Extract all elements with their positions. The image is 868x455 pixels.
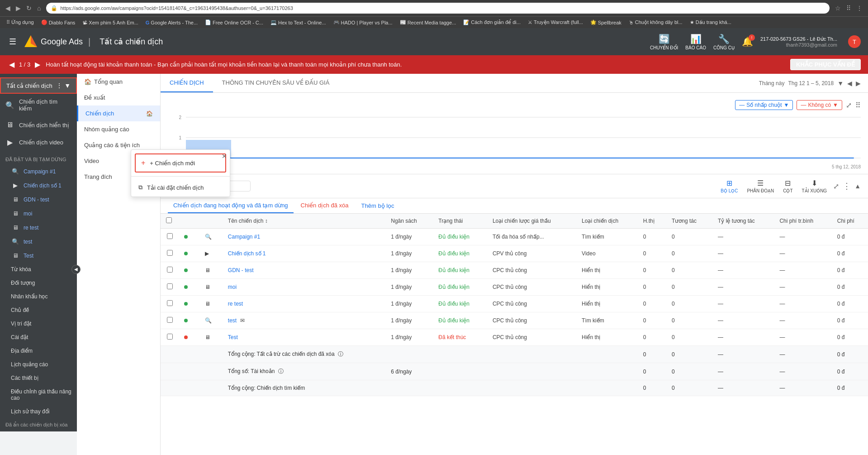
left-panel-nhom-qc[interactable]: Nhóm quảng cáo <box>77 121 160 137</box>
row1-checkbox[interactable] <box>167 233 173 239</box>
date-prev-button[interactable]: ◀ <box>847 80 852 87</box>
url-bar[interactable]: 🔒 https://ads.google.com/aw/campaigns?oc… <box>46 3 830 14</box>
user-avatar[interactable]: T <box>848 35 861 48</box>
sidebar-item-display-campaign[interactable]: 🖥 Chiến dịch hiển thị <box>0 116 77 134</box>
copy-settings-item[interactable]: ⧉ Tải cài đặt chiến dịch <box>131 178 230 196</box>
bookmark-recent-media[interactable]: 📰 Recent Media tagge... <box>397 19 459 26</box>
col-interactions[interactable]: Tương tác <box>666 214 712 229</box>
col-campaign-type[interactable]: Loại chiến dịch <box>576 214 638 229</box>
tab-thong-tin[interactable]: THÔNG TIN CHUYÊN SÂU VỀ ĐẤU GIÁ <box>213 74 339 92</box>
col-interaction-rate[interactable]: Tỷ lệ tương tác <box>712 214 774 229</box>
campaign-link-2[interactable]: Chiến dịch số 1 <box>228 250 266 257</box>
bookmark-google-alerts[interactable]: G Google Alerts - The... <box>143 19 200 26</box>
sidebar-campaign-moi[interactable]: 🖥 moi <box>0 206 77 220</box>
campaign-link-test[interactable]: test <box>228 317 237 324</box>
forward-button[interactable]: ▶ <box>14 4 23 13</box>
download-button[interactable]: ⬇ TẢI XUỐNG <box>799 178 830 194</box>
chart-filter2-button[interactable]: — Không có ▼ <box>797 100 842 110</box>
menu-button[interactable]: ⋮ <box>854 4 864 13</box>
fix-problem-button[interactable]: KHẮC PHỤC VẤN ĐỀ <box>790 59 861 70</box>
sidebar-item-dieu-chinh[interactable]: Điều chỉnh giá thầu nâng cao <box>0 385 77 405</box>
row1-checkbox-cell[interactable] <box>161 229 179 245</box>
tab-chien-dich[interactable]: CHIẾN DỊCH <box>161 74 213 92</box>
bookmark-xem-phim[interactable]: 📽 Xem phim 5 Anh Em... <box>80 19 141 26</box>
row4-name-cell[interactable]: moi <box>223 279 385 296</box>
sidebar-campaign-Test[interactable]: 🖥 Test <box>0 249 77 263</box>
sidebar-item-vi-tri[interactable]: Vị trí đặt <box>0 317 77 330</box>
sidebar-more-button[interactable]: ⋮ <box>56 82 62 89</box>
date-next-button[interactable]: ▶ <box>856 80 861 87</box>
col-bid-strategy[interactable]: Loại chiến lược giá thầu <box>487 214 576 229</box>
row5-checkbox-cell[interactable] <box>161 296 179 312</box>
chart-filter1-button[interactable]: — Số nhấp chuột ▼ <box>735 100 793 110</box>
campaign-link-moi[interactable]: moi <box>228 284 237 290</box>
row6-checkbox[interactable] <box>167 317 173 323</box>
row6-checkbox-cell[interactable] <box>161 312 179 329</box>
alert-prev-button[interactable]: ◀ <box>7 59 16 70</box>
sidebar-campaign-test[interactable]: 🔍 test <box>0 235 77 249</box>
col-name[interactable]: Tên chiến dịch ↕ <box>223 214 385 229</box>
col-impressions[interactable]: H.thị <box>638 214 666 229</box>
row3-name-cell[interactable]: GDN - test <box>223 262 385 279</box>
sidebar-item-tu-khoa[interactable]: Từ khóa <box>0 263 77 276</box>
total2-help-icon[interactable]: ⓘ <box>278 368 284 374</box>
tab-deleted-campaigns[interactable]: Chiến dịch đã xóa <box>295 198 354 213</box>
sidebar-campaign-1[interactable]: 🔍 Campaign #1 <box>0 164 77 178</box>
dropdown-close-button[interactable]: ✕ <box>222 153 227 160</box>
sidebar-top-item[interactable]: Tất cả chiến dịch ⋮ ▼ <box>0 77 77 94</box>
left-panel-tong-quan[interactable]: 🏠 Tổng quan <box>77 74 160 90</box>
date-dropdown-button[interactable]: ▼ <box>837 80 844 87</box>
sidebar-item-chu-de[interactable]: Chủ đề <box>0 303 77 317</box>
more-button[interactable]: ⋮ <box>843 181 851 191</box>
tools-action-button[interactable]: 🔧 CÔNG CỤ <box>713 34 735 50</box>
col-budget[interactable]: Ngân sách <box>385 214 433 229</box>
bookmark-spellbreak[interactable]: 🌟 Spellbreak <box>588 19 624 26</box>
col-status[interactable]: Trạng thái <box>433 214 487 229</box>
sidebar-item-doi-tuong[interactable]: Đối tượng <box>0 276 77 290</box>
sidebar-campaign-gdn[interactable]: 🖥 GDN - test <box>0 192 77 206</box>
row2-checkbox-cell[interactable] <box>161 245 179 262</box>
refresh-button[interactable]: ↻ <box>24 4 33 13</box>
row1-name-cell[interactable]: Campaign #1 <box>223 229 385 245</box>
row3-checkbox-cell[interactable] <box>161 262 179 279</box>
left-panel-de-xuat[interactable]: Đề xuất <box>77 90 160 105</box>
sidebar-collapse-button[interactable]: ◀ <box>71 265 81 274</box>
chart-expand-button[interactable]: ⤢ <box>846 101 852 110</box>
bookmark-hado[interactable]: 🎮 HADO | Player vs Pla... <box>331 19 395 26</box>
hamburger-menu-button[interactable]: ☰ <box>7 35 18 48</box>
row5-name-cell[interactable]: re test <box>223 296 385 312</box>
left-panel-chien-dich[interactable]: Chiến dịch 🏠 <box>77 105 160 121</box>
home-button[interactable]: ⌂ <box>35 4 43 13</box>
sidebar-item-lich-qc[interactable]: Lịch quảng cáo <box>0 358 77 371</box>
row7-name-cell[interactable]: Test <box>223 329 385 346</box>
sidebar-campaign-2[interactable]: ▶ Chiến dịch số 1 <box>0 178 77 192</box>
segment-button[interactable]: ☰ PHÂN ĐOẠN <box>744 178 777 194</box>
sidebar-item-video-campaign[interactable]: ▶ Chiến dịch video <box>0 134 77 151</box>
back-button[interactable]: ◀ <box>4 4 12 13</box>
sidebar-item-dia-diem[interactable]: Địa điểm <box>0 344 77 358</box>
conversion-action-button[interactable]: 🔄 CHUYỂN ĐỔI <box>650 34 678 50</box>
bookmark-star-button[interactable]: ☆ <box>833 4 843 13</box>
bookmark-chuot[interactable]: 🖱 Chuột không dây bl... <box>626 19 685 26</box>
bookmark-hex[interactable]: 💻 Hex to Text - Online... <box>268 19 329 26</box>
tab-active-campaigns[interactable]: Chiến dịch đang hoạt động và đã tạm dừng <box>168 198 294 213</box>
row7-checkbox[interactable] <box>167 334 173 340</box>
sidebar-expand-button[interactable]: ▼ <box>64 82 71 89</box>
sidebar-item-thiet-bi[interactable]: Các thiết bị <box>0 371 77 385</box>
collapse-button[interactable]: ▲ <box>854 182 861 190</box>
col-cost[interactable]: Chi phí <box>832 214 868 229</box>
tab-add-filter[interactable]: Thêm bộ lọc <box>356 199 400 213</box>
filter-button[interactable]: ⊞ BỘ LỌC <box>718 178 740 194</box>
bookmark-cach-don-gian[interactable]: 📝 Cách đơn giản để di... <box>460 19 523 26</box>
alert-next-button[interactable]: ▶ <box>33 59 42 70</box>
chart-columns-button[interactable]: ⠿ <box>855 101 861 110</box>
row7-checkbox-cell[interactable] <box>161 329 179 346</box>
new-campaign-item[interactable]: + + Chiến dịch mới <box>135 153 226 172</box>
select-all-checkbox[interactable] <box>166 217 172 223</box>
sidebar-item-nhan-khau[interactable]: Nhân khẩu học <box>0 290 77 303</box>
row4-checkbox-cell[interactable] <box>161 279 179 296</box>
row3-checkbox[interactable] <box>167 267 173 273</box>
bookmark-diablo[interactable]: 🔴 Diablo Fans <box>38 19 78 26</box>
col-avg-cost[interactable]: Chi phí tr.bình <box>774 214 831 229</box>
total1-help-icon[interactable]: ⓘ <box>338 351 343 357</box>
